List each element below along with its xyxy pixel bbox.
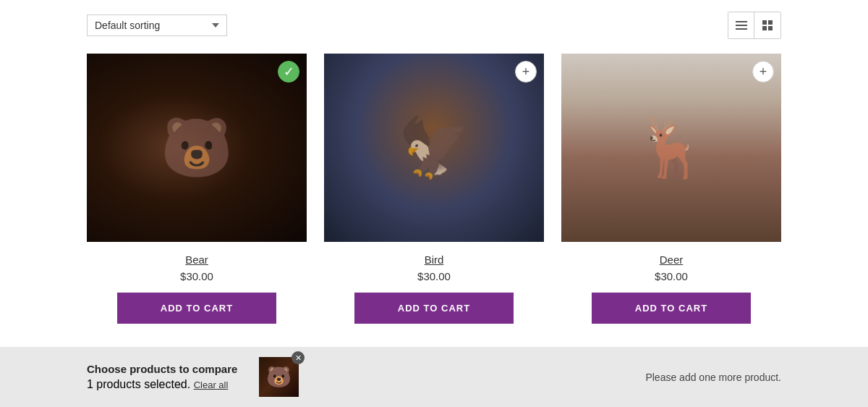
list-icon (736, 21, 747, 30)
main-content: Default sorting Sort by popularity Sort … (0, 0, 868, 324)
product-image-container-deer: + (561, 54, 781, 242)
product-price-bird: $30.00 (417, 270, 451, 282)
list-view-button[interactable] (728, 12, 754, 38)
add-to-cart-button-bear[interactable]: ADD TO CART (117, 293, 276, 324)
product-card-deer: + Deer $30.00 ADD TO CART (561, 54, 781, 324)
grid-view-button[interactable] (754, 12, 780, 38)
product-card-bear: ✓ Bear $30.00 ADD TO CART (87, 54, 307, 324)
product-image-deer (561, 54, 781, 242)
grid-icon (762, 20, 773, 30)
product-image-bird (324, 54, 544, 242)
compare-button-bird[interactable]: + (515, 61, 537, 83)
product-name-bird[interactable]: Bird (425, 253, 444, 266)
product-price-bear: $30.00 (180, 270, 213, 282)
sort-select[interactable]: Default sorting Sort by popularity Sort … (87, 14, 227, 36)
product-price-deer: $30.00 (655, 270, 688, 282)
product-image-container-bear: ✓ (87, 54, 307, 242)
add-to-cart-button-deer[interactable]: ADD TO CART (592, 293, 751, 324)
toolbar: Default sorting Sort by popularity Sort … (87, 12, 781, 39)
view-toggles (728, 12, 781, 39)
product-image-container-bird: + (324, 54, 544, 242)
compare-button-bear[interactable]: ✓ (278, 61, 299, 83)
product-card-bird: + Bird $30.00 ADD TO CART (324, 54, 544, 324)
product-name-bear[interactable]: Bear (185, 253, 208, 266)
product-image-bear (87, 54, 307, 242)
products-grid: ✓ Bear $30.00 ADD TO CART + Bird $30.00 … (87, 54, 781, 324)
compare-button-deer[interactable]: + (752, 61, 774, 83)
product-name-deer[interactable]: Deer (660, 253, 684, 266)
add-to-cart-button-bird[interactable]: ADD TO CART (354, 293, 514, 324)
